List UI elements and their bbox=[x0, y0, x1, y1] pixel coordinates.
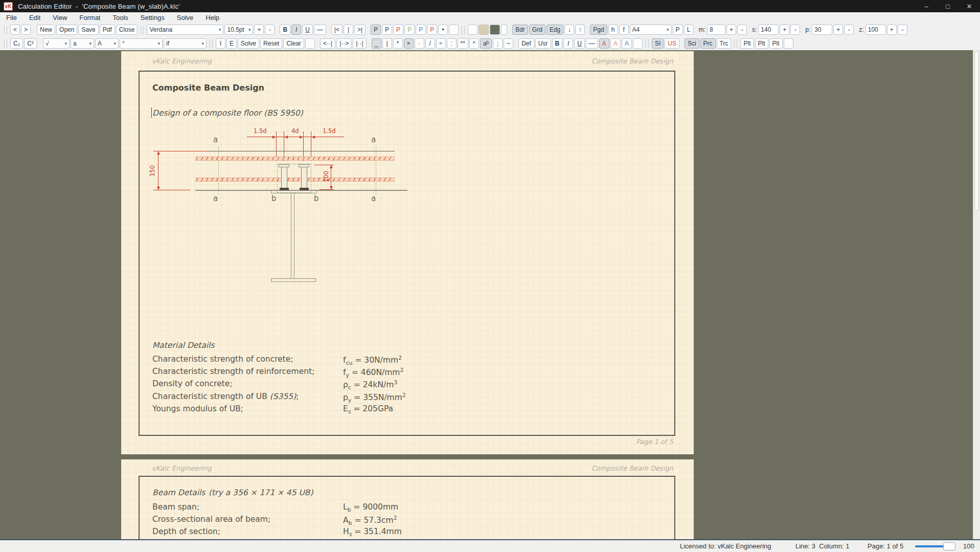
spacing-decrease-button[interactable]: - bbox=[790, 25, 800, 35]
bullet-button[interactable]: • bbox=[438, 25, 448, 35]
pdf-button[interactable]: Pdf bbox=[100, 25, 115, 35]
padding-input[interactable] bbox=[812, 25, 832, 35]
menu-edit[interactable]: Edit bbox=[23, 14, 47, 21]
dot-operator-button[interactable]: · bbox=[415, 38, 424, 49]
new-button[interactable]: New bbox=[37, 25, 55, 35]
move-up-button[interactable]: ↑ bbox=[575, 25, 585, 35]
font-family-combo[interactable]: Verdana▾ bbox=[147, 25, 223, 35]
text-color-orange-button[interactable]: A bbox=[610, 38, 621, 49]
blank-button-2[interactable] bbox=[501, 25, 507, 35]
root-combo[interactable]: √▾ bbox=[43, 38, 70, 49]
underline-button[interactable]: U bbox=[302, 25, 313, 35]
zoom-decrease-button[interactable]: - bbox=[898, 25, 907, 35]
font-size-combo[interactable]: 10.5pt▾ bbox=[224, 25, 253, 35]
blank-button-3[interactable] bbox=[305, 38, 315, 49]
zoom-increase-button[interactable]: + bbox=[887, 25, 897, 35]
paper-size-combo[interactable]: A4▾ bbox=[630, 25, 672, 35]
vertical-scrollbar-thumb[interactable] bbox=[974, 51, 979, 211]
menu-view[interactable]: View bbox=[47, 14, 73, 21]
header-button[interactable]: h bbox=[608, 25, 618, 35]
strikethrough-button[interactable]: — bbox=[314, 25, 326, 35]
math-bold-button[interactable]: B bbox=[552, 38, 563, 49]
blank-button-1[interactable] bbox=[449, 25, 459, 35]
zoom-input[interactable] bbox=[865, 25, 886, 35]
superscript-button[interactable]: aᵇ bbox=[480, 38, 492, 49]
cursor-left-button[interactable]: <··| bbox=[320, 38, 335, 49]
asterisk-button[interactable]: * bbox=[393, 38, 403, 49]
back-button[interactable]: < bbox=[10, 25, 20, 35]
cursor-right-button[interactable]: |··> bbox=[336, 38, 352, 49]
precision-button[interactable]: Prc bbox=[700, 38, 716, 49]
page-divider-button[interactable]: Pgd bbox=[590, 25, 607, 35]
text-color-blue-button[interactable]: A bbox=[622, 38, 632, 49]
para-style-6-button[interactable]: P bbox=[427, 25, 437, 35]
user-button[interactable]: Usr bbox=[535, 38, 551, 49]
padding-decrease-button[interactable]: - bbox=[844, 25, 854, 35]
power-button[interactable]: ** bbox=[458, 38, 468, 49]
margin-input[interactable] bbox=[707, 25, 725, 35]
italic-button[interactable]: I bbox=[291, 25, 301, 35]
math-underline-button[interactable]: U bbox=[574, 38, 585, 49]
font-decrease-button[interactable]: - bbox=[265, 25, 275, 35]
plot-2-button[interactable]: Plt bbox=[755, 38, 768, 49]
plot-1-button[interactable]: Plt bbox=[740, 38, 754, 49]
spacing-increase-button[interactable]: + bbox=[780, 25, 789, 35]
colon-button[interactable]: : bbox=[447, 38, 457, 49]
para-style-5-button[interactable]: P bbox=[416, 25, 426, 35]
function-combo[interactable]: if▾ bbox=[164, 38, 207, 49]
align-left-button[interactable]: |< bbox=[331, 25, 343, 35]
c-subscript-button[interactable]: C₂ bbox=[10, 38, 23, 49]
blank-button-5[interactable] bbox=[784, 38, 793, 49]
spacing-input[interactable] bbox=[758, 25, 779, 35]
margin-increase-button[interactable]: + bbox=[726, 25, 736, 35]
semicolon-button[interactable]: ; bbox=[493, 38, 503, 49]
greek-combo[interactable]: a▾ bbox=[71, 38, 94, 49]
caret-button[interactable]: ^ bbox=[469, 38, 479, 49]
move-down-button[interactable]: ↓ bbox=[564, 25, 574, 35]
document-page-1[interactable]: vKalc Engineering Composite Beam Design … bbox=[121, 51, 694, 454]
letter-combo[interactable]: A▾ bbox=[95, 38, 119, 49]
close-button[interactable]: Close bbox=[116, 25, 138, 35]
highlight-beige-swatch[interactable] bbox=[478, 25, 489, 35]
reset-button[interactable]: Reset bbox=[260, 38, 282, 49]
forward-button[interactable]: > bbox=[21, 25, 31, 35]
clear-button[interactable]: Clear bbox=[283, 38, 304, 49]
font-increase-button[interactable]: + bbox=[254, 25, 264, 35]
border-button[interactable]: Bdr bbox=[512, 25, 528, 35]
multiply-button[interactable]: × bbox=[404, 38, 414, 49]
tilde-button[interactable]: ~ bbox=[504, 38, 513, 49]
unit-combo[interactable]: °▾ bbox=[120, 38, 163, 49]
para-style-4-button[interactable]: P bbox=[404, 25, 415, 35]
menu-tools[interactable]: Tools bbox=[106, 14, 134, 21]
edge-button[interactable]: Edg bbox=[546, 25, 563, 35]
highlight-olive-swatch[interactable] bbox=[490, 25, 500, 35]
plot-3-button[interactable]: Plt bbox=[769, 38, 783, 49]
padding-increase-button[interactable]: + bbox=[833, 25, 843, 35]
para-style-1-button[interactable]: P bbox=[371, 25, 381, 35]
menu-help[interactable]: Help bbox=[199, 14, 225, 21]
trace-button[interactable]: Trc bbox=[717, 38, 732, 49]
bold-button[interactable]: B bbox=[280, 25, 290, 35]
landscape-button[interactable]: L bbox=[684, 25, 694, 35]
close-window-button[interactable]: ✕ bbox=[959, 0, 980, 12]
menu-file[interactable]: File bbox=[0, 14, 23, 21]
math-italic-button[interactable]: I bbox=[563, 38, 573, 49]
si-units-button[interactable]: SI bbox=[652, 38, 664, 49]
slash-button[interactable]: / bbox=[425, 38, 435, 49]
align-right-button[interactable]: >| bbox=[354, 25, 366, 35]
scientific-button[interactable]: Sci bbox=[685, 38, 699, 49]
menu-format[interactable]: Format bbox=[73, 14, 106, 21]
para-style-2-button[interactable]: P bbox=[382, 25, 392, 35]
text-color-red-button[interactable]: A bbox=[599, 38, 609, 49]
solve-button[interactable]: Solve bbox=[238, 38, 259, 49]
insert-i-button[interactable]: I bbox=[216, 38, 225, 49]
define-button[interactable]: Def bbox=[518, 38, 534, 49]
c-superscript-button[interactable]: C² bbox=[24, 38, 37, 49]
maximize-button[interactable]: □ bbox=[937, 0, 959, 12]
zoom-slider-handle[interactable] bbox=[943, 542, 955, 550]
grid-button[interactable]: Grd bbox=[529, 25, 545, 35]
minimize-button[interactable]: – bbox=[916, 0, 937, 12]
open-button[interactable]: Open bbox=[56, 25, 77, 35]
align-center-button[interactable]: | bbox=[344, 25, 353, 35]
cursor-select-button[interactable]: |··| bbox=[353, 38, 366, 49]
